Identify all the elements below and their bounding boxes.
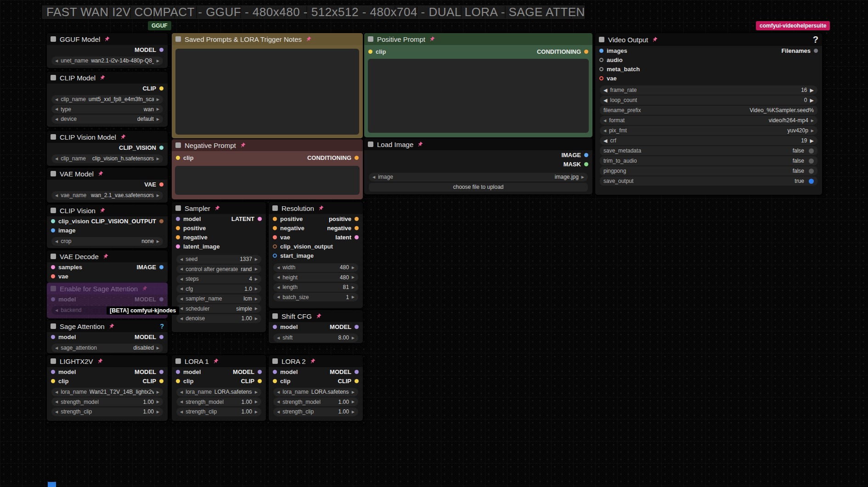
decrement-arrow-icon[interactable]: ◀ xyxy=(55,117,58,121)
model-output-dot[interactable] xyxy=(159,335,163,339)
node-header[interactable]: CLIP Vision xyxy=(47,204,168,216)
input-slot-vae[interactable]: vae xyxy=(273,234,290,241)
node-negative-prompt[interactable]: Negative Prompt clip CONDITIONING xyxy=(172,139,363,199)
node-clip-vision[interactable]: CLIP Vision clip_vision CLIP_VISION_OUTP… xyxy=(47,204,168,248)
increment-arrow-icon[interactable]: ▶ xyxy=(255,317,258,321)
vae-name-widget[interactable]: ◀ vae_name wan_2.1_vae.safetensors ▶ xyxy=(51,191,163,200)
collapse-icon[interactable] xyxy=(51,36,56,42)
decrement-arrow-icon[interactable]: ◀ xyxy=(603,138,607,144)
clip-output-dot[interactable] xyxy=(355,379,359,383)
decrement-arrow-icon[interactable]: ◀ xyxy=(180,390,183,394)
help-icon[interactable]: ? xyxy=(160,323,164,330)
input-slot-samples[interactable]: samples xyxy=(51,264,82,271)
input-slot-clip-vision-output[interactable]: clip_vision_output xyxy=(273,243,333,250)
negative-input-dot[interactable] xyxy=(176,235,180,239)
meta-batch-input-dot[interactable] xyxy=(599,67,603,71)
node-graph-canvas[interactable]: FAST WAN I2V COMPACT - GGUF - 480x480 - … xyxy=(0,0,868,487)
node-vae-decode[interactable]: VAE Decode samples IMAGE vae xyxy=(47,250,168,283)
input-slot-image[interactable]: image xyxy=(51,227,76,234)
toggle-off-icon[interactable] xyxy=(809,148,814,153)
node-lightx2v[interactable]: LIGHTX2V model MODEL clip CLIP xyxy=(47,355,168,421)
collapse-icon[interactable] xyxy=(272,205,278,211)
input-slot-clip[interactable]: clip xyxy=(273,378,290,385)
increment-arrow-icon[interactable]: ▶ xyxy=(157,239,159,244)
input-slot-model[interactable]: model xyxy=(51,296,76,303)
collapse-icon[interactable] xyxy=(175,36,181,42)
clip-output-dot[interactable] xyxy=(159,379,163,383)
clip-vision-output-dot[interactable] xyxy=(159,146,163,150)
node-header[interactable]: Sampler xyxy=(172,202,266,214)
latent-output-dot[interactable] xyxy=(355,235,359,239)
node-header[interactable]: Saved Prompts & LORA Trigger Notes xyxy=(172,33,363,45)
decrement-arrow-icon[interactable]: ◀ xyxy=(55,400,58,404)
strength-clip-widget[interactable]: ◀ strength_clip 1.00 ▶ xyxy=(273,408,358,416)
input-slot-clip[interactable]: clip xyxy=(176,154,193,161)
decrement-arrow-icon[interactable]: ◀ xyxy=(180,287,183,291)
audio-input-dot[interactable] xyxy=(599,58,603,62)
decrement-arrow-icon[interactable]: ◀ xyxy=(277,400,280,404)
width-widget[interactable]: ◀ width 480 ▶ xyxy=(273,263,358,272)
node-header[interactable]: Sage Attention ? xyxy=(47,320,168,332)
output-slot-positive[interactable]: positive xyxy=(329,215,359,222)
increment-arrow-icon[interactable]: ▶ xyxy=(255,257,258,261)
output-slot-model[interactable]: MODEL xyxy=(135,296,163,303)
filenames-output-dot[interactable] xyxy=(814,49,818,53)
strength-model-widget[interactable]: ◀ strength_model 1.00 ▶ xyxy=(176,397,261,406)
decrement-arrow-icon[interactable]: ◀ xyxy=(180,317,183,321)
increment-arrow-icon[interactable]: ▶ xyxy=(255,390,258,394)
decrement-arrow-icon[interactable]: ◀ xyxy=(55,157,58,161)
negative-output-dot[interactable] xyxy=(355,226,359,230)
choose-file-button[interactable]: choose file to upload xyxy=(369,183,588,192)
decrement-arrow-icon[interactable]: ◀ xyxy=(55,193,58,198)
node-sampler[interactable]: Sampler model LATENT positive negative xyxy=(172,202,266,332)
decrement-arrow-icon[interactable]: ◀ xyxy=(277,275,280,279)
strength-clip-widget[interactable]: ◀ strength_clip 1.00 ▶ xyxy=(176,408,261,416)
node-header[interactable]: Video Output ? xyxy=(595,33,822,46)
input-slot-positive[interactable]: positive xyxy=(273,215,303,222)
clip-input-dot[interactable] xyxy=(176,156,180,160)
model-input-dot[interactable] xyxy=(51,370,55,374)
image-output-dot[interactable] xyxy=(584,153,588,157)
output-slot-mask[interactable]: MASK xyxy=(564,161,588,168)
collapse-icon[interactable] xyxy=(368,36,373,42)
model-output-dot[interactable] xyxy=(355,325,359,329)
node-lora-2[interactable]: LORA 2 model MODEL clip CLIP xyxy=(269,355,363,421)
filename-prefix-widget[interactable]: filename_prefix Video_%KSampler.seed% xyxy=(600,106,817,115)
node-header[interactable]: Resolution xyxy=(269,202,363,214)
collapse-icon[interactable] xyxy=(272,313,278,319)
node-header[interactable]: LIGHTX2V xyxy=(47,355,168,367)
input-slot-model[interactable]: model xyxy=(176,215,201,222)
collapse-icon[interactable] xyxy=(51,254,56,259)
negative-prompt-textarea[interactable] xyxy=(175,166,360,195)
increment-arrow-icon[interactable]: ▶ xyxy=(157,157,159,161)
start-image-input-dot[interactable] xyxy=(273,254,277,258)
lora-name-widget[interactable]: ◀ lora_name LORA.safetensors ▶ xyxy=(176,388,261,396)
increment-arrow-icon[interactable]: ▶ xyxy=(255,297,258,301)
decrement-arrow-icon[interactable]: ◀ xyxy=(180,400,183,404)
increment-arrow-icon[interactable]: ▶ xyxy=(811,119,814,123)
seed-widget[interactable]: ◀ seed 1337 ▶ xyxy=(176,255,261,264)
increment-arrow-icon[interactable]: ▶ xyxy=(157,410,159,414)
output-slot-model[interactable]: MODEL xyxy=(135,46,163,53)
trim-to-audio-toggle[interactable]: trim_to_audio false xyxy=(600,156,817,165)
format-widget[interactable]: ◀ format video/h264-mp4 ▶ xyxy=(600,116,817,125)
collapse-icon[interactable] xyxy=(175,142,181,148)
mask-output-dot[interactable] xyxy=(584,162,588,166)
image-widget[interactable]: ◀ image image.jpg ▶ xyxy=(369,173,588,181)
output-slot-model[interactable]: MODEL xyxy=(330,323,359,330)
clip-output-dot[interactable] xyxy=(159,86,163,91)
increment-arrow-icon[interactable]: ▶ xyxy=(352,410,355,414)
lora-name-widget[interactable]: ◀ lora_name LORA.safetensors ▶ xyxy=(273,388,358,396)
decrement-arrow-icon[interactable]: ◀ xyxy=(180,410,183,414)
model-input-dot[interactable] xyxy=(51,297,55,301)
node-resolution[interactable]: Resolution positive positive negative ne… xyxy=(269,202,363,308)
node-load-image[interactable]: Load Image IMAGE MASK ◀ image image.jpg … xyxy=(364,138,592,194)
decrement-arrow-icon[interactable]: ◀ xyxy=(55,410,58,414)
input-slot-clip-vision[interactable]: clip_vision xyxy=(51,218,89,225)
collapse-icon[interactable] xyxy=(51,134,56,140)
input-slot-model[interactable]: model xyxy=(176,368,201,375)
output-slot-negative[interactable]: negative xyxy=(327,225,359,232)
node-header[interactable]: Load Image xyxy=(364,138,592,150)
type-widget[interactable]: ◀ type wan ▶ xyxy=(51,105,163,113)
decrement-arrow-icon[interactable]: ◀ xyxy=(372,175,375,179)
